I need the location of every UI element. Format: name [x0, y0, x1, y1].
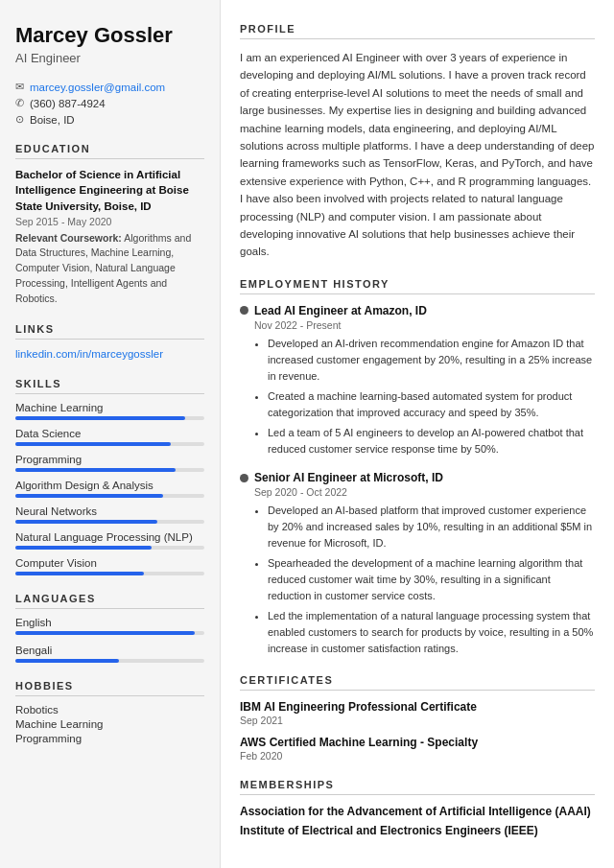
phone-text: (360) 887-4924 — [30, 98, 106, 109]
job-entry: Lead AI Engineer at Amazon, ID Nov 2022 … — [240, 304, 595, 457]
language-bar-bg — [15, 631, 204, 635]
job-title-main: Senior AI Engineer at Microsoft, ID — [254, 471, 443, 484]
education-section: Bachelor of Science in Artificial Intell… — [15, 167, 204, 306]
links-section: linkedin.com/in/marceygossler — [15, 347, 204, 361]
language-bar-bg — [15, 659, 204, 663]
memberships-title: MEMBERSHIPS — [240, 779, 595, 795]
skill-item: Computer Vision — [15, 557, 204, 575]
job-dot — [240, 306, 248, 315]
skill-name: Computer Vision — [15, 557, 204, 569]
skills-section-title: SKILLS — [15, 378, 204, 394]
job-title-main: Lead AI Engineer at Amazon, ID — [254, 304, 427, 317]
skill-name: Algorithm Design & Analysis — [15, 480, 204, 491]
edu-degree: Bachelor of Science in Artificial Intell… — [15, 167, 204, 213]
email-item: ✉ marcey.gossler@gmail.com — [15, 81, 204, 93]
skill-bar-bg — [15, 520, 204, 524]
job-header: Lead AI Engineer at Amazon, ID — [240, 304, 595, 317]
skill-item: Programming — [15, 454, 204, 472]
hobby-item: Programming — [15, 733, 204, 744]
skill-bar-bg — [15, 416, 204, 420]
linkedin-link[interactable]: linkedin.com/in/marceygossler — [15, 348, 163, 360]
skill-name: Machine Learning — [15, 402, 204, 413]
language-item: Bengali — [15, 645, 204, 663]
job-bullet: Led a team of 5 AI engineers to develop … — [268, 425, 595, 457]
hobbies-section-title: HOBBIES — [15, 680, 204, 696]
membership-item: Institute of Electrical and Electronics … — [240, 824, 595, 837]
job-dot — [240, 474, 248, 482]
languages-section: English Bengali — [15, 617, 204, 663]
cert-date: Sep 2021 — [240, 715, 595, 726]
location-item: ⊙ Boise, ID — [15, 113, 204, 126]
skill-bar-fill — [15, 546, 152, 550]
cert-name: IBM AI Engineering Professional Certific… — [240, 700, 595, 714]
certificate-item: AWS Certified Machine Learning - Special… — [240, 736, 595, 762]
job-bullet: Spearheaded the development of a machine… — [268, 555, 595, 604]
language-bar-fill — [15, 631, 195, 635]
skill-item: Natural Language Processing (NLP) — [15, 531, 204, 550]
phone-item: ✆ (360) 887-4924 — [15, 97, 204, 109]
employment-section: EMPLOYMENT HISTORY Lead AI Engineer at A… — [240, 278, 595, 658]
certificate-item: IBM AI Engineering Professional Certific… — [240, 700, 595, 726]
skill-item: Neural Networks — [15, 505, 204, 524]
skill-bar-bg — [15, 494, 204, 498]
languages-section-title: LANGUAGES — [15, 593, 204, 609]
skill-bar-fill — [15, 468, 176, 472]
job-dates: Sep 2020 - Oct 2022 — [254, 486, 595, 498]
skill-bar-fill — [15, 442, 171, 446]
job-entry: Senior AI Engineer at Microsoft, ID Sep … — [240, 471, 595, 657]
coursework-label: Relevant Coursework: — [15, 232, 122, 244]
candidate-name: Marcey Gossler — [15, 23, 204, 48]
sidebar: Marcey Gossler AI Engineer ✉ marcey.goss… — [0, 0, 221, 868]
skill-bar-bg — [15, 442, 204, 446]
employment-list: Lead AI Engineer at Amazon, ID Nov 2022 … — [240, 304, 595, 658]
language-bar-fill — [15, 659, 119, 663]
language-name: Bengali — [15, 645, 204, 656]
skill-name: Natural Language Processing (NLP) — [15, 531, 204, 543]
job-bullet: Developed an AI-based platform that impr… — [268, 503, 595, 551]
links-section-title: LINKS — [15, 323, 204, 340]
certificates-list: IBM AI Engineering Professional Certific… — [240, 700, 595, 762]
candidate-title: AI Engineer — [15, 51, 204, 65]
skill-item: Algorithm Design & Analysis — [15, 480, 204, 498]
skill-name: Programming — [15, 454, 204, 465]
membership-item: Association for the Advancement of Artif… — [240, 805, 595, 818]
skill-item: Machine Learning — [15, 402, 204, 420]
skill-bar-fill — [15, 520, 157, 524]
hobbies-section: RoboticsMachine LearningProgramming — [15, 704, 204, 744]
education-section-title: EDUCATION — [15, 143, 204, 159]
phone-icon: ✆ — [15, 97, 24, 109]
job-bullets: Developed an AI-based platform that impr… — [254, 503, 595, 657]
memberships-section: MEMBERSHIPS Association for the Advancem… — [240, 779, 595, 837]
job-bullet: Created a machine learning-based automat… — [268, 388, 595, 421]
skill-bar-fill — [15, 572, 144, 575]
hobby-item: Machine Learning — [15, 718, 204, 730]
skill-bar-bg — [15, 468, 204, 472]
language-name: English — [15, 617, 204, 628]
profile-text: I am an experienced AI Engineer with ove… — [240, 49, 595, 261]
job-bullets: Developed an AI-driven recommendation en… — [254, 336, 595, 457]
email-link[interactable]: marcey.gossler@gmail.com — [30, 82, 165, 93]
job-header: Senior AI Engineer at Microsoft, ID — [240, 471, 595, 484]
job-dates: Nov 2022 - Present — [254, 319, 595, 331]
skill-bar-fill — [15, 494, 163, 498]
contact-section: ✉ marcey.gossler@gmail.com ✆ (360) 887-4… — [15, 81, 204, 126]
profile-section: PROFILE I am an experienced AI Engineer … — [240, 23, 595, 261]
skill-name: Neural Networks — [15, 505, 204, 517]
edu-dates: Sep 2015 - May 2020 — [15, 216, 204, 227]
job-bullet: Led the implementation of a natural lang… — [268, 608, 595, 657]
cert-name: AWS Certified Machine Learning - Special… — [240, 736, 595, 749]
profile-title: PROFILE — [240, 23, 595, 39]
certificates-section: CERTIFICATES IBM AI Engineering Professi… — [240, 674, 595, 762]
skills-section: Machine Learning Data Science Programmin… — [15, 402, 204, 575]
certificates-title: CERTIFICATES — [240, 674, 595, 691]
language-item: English — [15, 617, 204, 635]
skill-bar-fill — [15, 416, 185, 420]
employment-title: EMPLOYMENT HISTORY — [240, 278, 595, 294]
skill-item: Data Science — [15, 428, 204, 446]
skill-bar-bg — [15, 572, 204, 575]
skill-bar-bg — [15, 546, 204, 550]
memberships-list: Association for the Advancement of Artif… — [240, 805, 595, 837]
email-icon: ✉ — [15, 81, 24, 93]
edu-coursework: Relevant Coursework: Algorithms and Data… — [15, 231, 204, 307]
cert-date: Feb 2020 — [240, 750, 595, 762]
